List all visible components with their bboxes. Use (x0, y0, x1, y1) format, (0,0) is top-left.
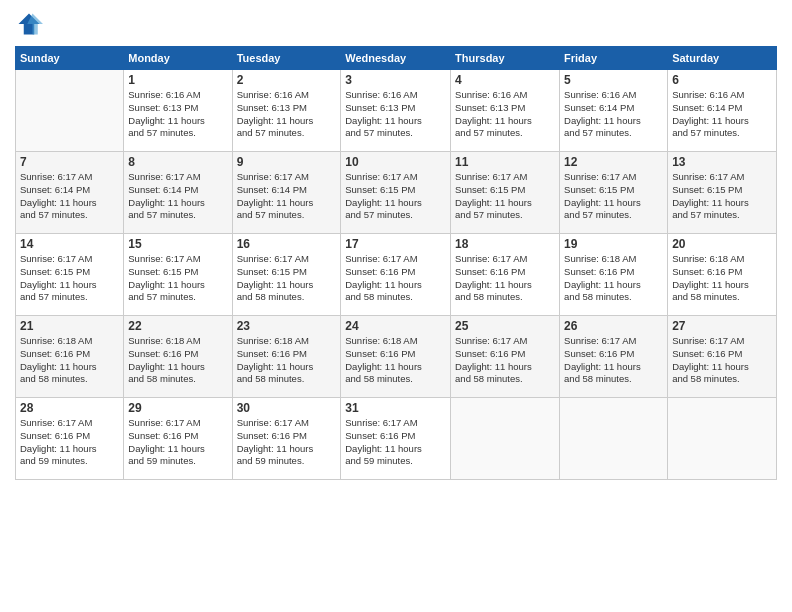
day-header-monday: Monday (124, 47, 232, 70)
calendar-cell: 13Sunrise: 6:17 AMSunset: 6:15 PMDayligh… (668, 152, 777, 234)
calendar-week-row: 28Sunrise: 6:17 AMSunset: 6:16 PMDayligh… (16, 398, 777, 480)
calendar-cell: 24Sunrise: 6:18 AMSunset: 6:16 PMDayligh… (341, 316, 451, 398)
calendar-cell: 26Sunrise: 6:17 AMSunset: 6:16 PMDayligh… (560, 316, 668, 398)
day-info: Sunrise: 6:17 AMSunset: 6:15 PMDaylight:… (128, 253, 227, 304)
day-info: Sunrise: 6:18 AMSunset: 6:16 PMDaylight:… (672, 253, 772, 304)
day-info: Sunrise: 6:17 AMSunset: 6:15 PMDaylight:… (564, 171, 663, 222)
day-info: Sunrise: 6:18 AMSunset: 6:16 PMDaylight:… (564, 253, 663, 304)
day-header-wednesday: Wednesday (341, 47, 451, 70)
logo-icon (15, 10, 43, 38)
day-number: 4 (455, 73, 555, 87)
day-info: Sunrise: 6:16 AMSunset: 6:13 PMDaylight:… (455, 89, 555, 140)
day-info: Sunrise: 6:17 AMSunset: 6:16 PMDaylight:… (128, 417, 227, 468)
day-number: 6 (672, 73, 772, 87)
day-number: 27 (672, 319, 772, 333)
day-number: 2 (237, 73, 337, 87)
calendar-week-row: 7Sunrise: 6:17 AMSunset: 6:14 PMDaylight… (16, 152, 777, 234)
calendar-cell: 20Sunrise: 6:18 AMSunset: 6:16 PMDayligh… (668, 234, 777, 316)
calendar-week-row: 1Sunrise: 6:16 AMSunset: 6:13 PMDaylight… (16, 70, 777, 152)
calendar-cell: 2Sunrise: 6:16 AMSunset: 6:13 PMDaylight… (232, 70, 341, 152)
day-info: Sunrise: 6:17 AMSunset: 6:16 PMDaylight:… (564, 335, 663, 386)
logo (15, 10, 47, 38)
day-number: 20 (672, 237, 772, 251)
calendar-page: SundayMondayTuesdayWednesdayThursdayFrid… (0, 0, 792, 612)
day-number: 13 (672, 155, 772, 169)
day-number: 28 (20, 401, 119, 415)
calendar-cell: 19Sunrise: 6:18 AMSunset: 6:16 PMDayligh… (560, 234, 668, 316)
day-number: 23 (237, 319, 337, 333)
day-info: Sunrise: 6:16 AMSunset: 6:14 PMDaylight:… (564, 89, 663, 140)
calendar-header-row: SundayMondayTuesdayWednesdayThursdayFrid… (16, 47, 777, 70)
day-number: 12 (564, 155, 663, 169)
day-info: Sunrise: 6:16 AMSunset: 6:13 PMDaylight:… (128, 89, 227, 140)
calendar-cell: 3Sunrise: 6:16 AMSunset: 6:13 PMDaylight… (341, 70, 451, 152)
day-info: Sunrise: 6:17 AMSunset: 6:16 PMDaylight:… (20, 417, 119, 468)
day-number: 9 (237, 155, 337, 169)
day-info: Sunrise: 6:17 AMSunset: 6:16 PMDaylight:… (455, 335, 555, 386)
calendar-cell: 28Sunrise: 6:17 AMSunset: 6:16 PMDayligh… (16, 398, 124, 480)
day-number: 3 (345, 73, 446, 87)
calendar-cell: 15Sunrise: 6:17 AMSunset: 6:15 PMDayligh… (124, 234, 232, 316)
calendar-week-row: 21Sunrise: 6:18 AMSunset: 6:16 PMDayligh… (16, 316, 777, 398)
day-info: Sunrise: 6:17 AMSunset: 6:16 PMDaylight:… (455, 253, 555, 304)
day-info: Sunrise: 6:17 AMSunset: 6:15 PMDaylight:… (455, 171, 555, 222)
calendar-cell: 14Sunrise: 6:17 AMSunset: 6:15 PMDayligh… (16, 234, 124, 316)
day-number: 15 (128, 237, 227, 251)
calendar-cell (451, 398, 560, 480)
day-info: Sunrise: 6:17 AMSunset: 6:14 PMDaylight:… (128, 171, 227, 222)
calendar-cell: 9Sunrise: 6:17 AMSunset: 6:14 PMDaylight… (232, 152, 341, 234)
day-info: Sunrise: 6:17 AMSunset: 6:16 PMDaylight:… (345, 417, 446, 468)
day-info: Sunrise: 6:17 AMSunset: 6:16 PMDaylight:… (237, 417, 337, 468)
day-info: Sunrise: 6:17 AMSunset: 6:16 PMDaylight:… (345, 253, 446, 304)
day-number: 10 (345, 155, 446, 169)
calendar-cell (16, 70, 124, 152)
day-info: Sunrise: 6:17 AMSunset: 6:14 PMDaylight:… (237, 171, 337, 222)
day-number: 16 (237, 237, 337, 251)
calendar-cell: 5Sunrise: 6:16 AMSunset: 6:14 PMDaylight… (560, 70, 668, 152)
day-number: 5 (564, 73, 663, 87)
day-header-thursday: Thursday (451, 47, 560, 70)
day-header-tuesday: Tuesday (232, 47, 341, 70)
calendar-cell: 23Sunrise: 6:18 AMSunset: 6:16 PMDayligh… (232, 316, 341, 398)
day-number: 14 (20, 237, 119, 251)
calendar-cell: 30Sunrise: 6:17 AMSunset: 6:16 PMDayligh… (232, 398, 341, 480)
day-info: Sunrise: 6:18 AMSunset: 6:16 PMDaylight:… (345, 335, 446, 386)
day-number: 19 (564, 237, 663, 251)
calendar-cell: 6Sunrise: 6:16 AMSunset: 6:14 PMDaylight… (668, 70, 777, 152)
day-number: 29 (128, 401, 227, 415)
calendar-cell: 25Sunrise: 6:17 AMSunset: 6:16 PMDayligh… (451, 316, 560, 398)
day-info: Sunrise: 6:18 AMSunset: 6:16 PMDaylight:… (128, 335, 227, 386)
day-number: 1 (128, 73, 227, 87)
day-info: Sunrise: 6:17 AMSunset: 6:15 PMDaylight:… (672, 171, 772, 222)
day-number: 8 (128, 155, 227, 169)
calendar-cell: 12Sunrise: 6:17 AMSunset: 6:15 PMDayligh… (560, 152, 668, 234)
day-number: 26 (564, 319, 663, 333)
day-header-saturday: Saturday (668, 47, 777, 70)
day-number: 7 (20, 155, 119, 169)
calendar-cell: 21Sunrise: 6:18 AMSunset: 6:16 PMDayligh… (16, 316, 124, 398)
calendar-cell: 18Sunrise: 6:17 AMSunset: 6:16 PMDayligh… (451, 234, 560, 316)
calendar-cell: 29Sunrise: 6:17 AMSunset: 6:16 PMDayligh… (124, 398, 232, 480)
calendar-cell: 7Sunrise: 6:17 AMSunset: 6:14 PMDaylight… (16, 152, 124, 234)
day-info: Sunrise: 6:18 AMSunset: 6:16 PMDaylight:… (237, 335, 337, 386)
day-number: 18 (455, 237, 555, 251)
calendar-cell: 1Sunrise: 6:16 AMSunset: 6:13 PMDaylight… (124, 70, 232, 152)
calendar-cell: 16Sunrise: 6:17 AMSunset: 6:15 PMDayligh… (232, 234, 341, 316)
day-header-friday: Friday (560, 47, 668, 70)
day-number: 17 (345, 237, 446, 251)
calendar-cell: 10Sunrise: 6:17 AMSunset: 6:15 PMDayligh… (341, 152, 451, 234)
calendar-cell (668, 398, 777, 480)
day-info: Sunrise: 6:16 AMSunset: 6:14 PMDaylight:… (672, 89, 772, 140)
day-info: Sunrise: 6:17 AMSunset: 6:15 PMDaylight:… (20, 253, 119, 304)
day-number: 31 (345, 401, 446, 415)
page-header (15, 10, 777, 38)
day-info: Sunrise: 6:17 AMSunset: 6:14 PMDaylight:… (20, 171, 119, 222)
day-info: Sunrise: 6:16 AMSunset: 6:13 PMDaylight:… (345, 89, 446, 140)
calendar-cell (560, 398, 668, 480)
calendar-cell: 17Sunrise: 6:17 AMSunset: 6:16 PMDayligh… (341, 234, 451, 316)
calendar-cell: 22Sunrise: 6:18 AMSunset: 6:16 PMDayligh… (124, 316, 232, 398)
calendar-cell: 8Sunrise: 6:17 AMSunset: 6:14 PMDaylight… (124, 152, 232, 234)
day-number: 21 (20, 319, 119, 333)
day-info: Sunrise: 6:17 AMSunset: 6:16 PMDaylight:… (672, 335, 772, 386)
calendar-week-row: 14Sunrise: 6:17 AMSunset: 6:15 PMDayligh… (16, 234, 777, 316)
